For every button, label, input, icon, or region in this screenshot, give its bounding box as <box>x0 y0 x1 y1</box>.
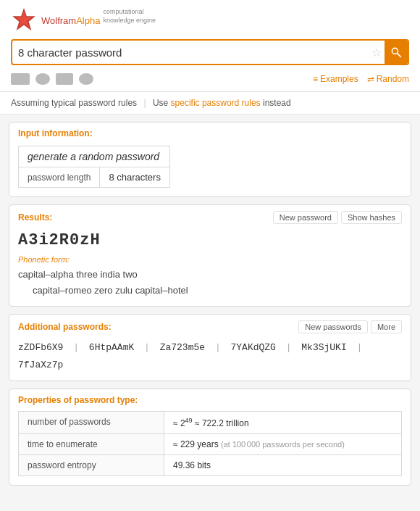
prop-label-count: number of passwords <box>19 411 164 433</box>
header: WolframAlpha computational knowledge eng… <box>0 0 420 92</box>
input-info-body: generate a random password password leng… <box>9 141 411 196</box>
logo-area: WolframAlpha computational knowledge eng… <box>11 7 409 33</box>
properties-body: number of passwords ≈ 249 ≈ 722.2 trilli… <box>9 408 411 485</box>
math-icon[interactable] <box>56 73 73 85</box>
additional-passwords-list: zZDFb6X9 | 6HtpAAmK | Za723m5e | 7YAKdQZ… <box>9 336 411 381</box>
input-value-length: 8 characters <box>100 167 170 188</box>
add-pw-6: 7fJaXz7p <box>18 360 63 370</box>
assumption-bar: Assuming typical password rules | Use sp… <box>0 92 420 115</box>
properties-table: number of passwords ≈ 249 ≈ 722.2 trilli… <box>18 411 402 476</box>
phonetic-text: capital–alpha three india two capital–ro… <box>9 267 411 306</box>
camera-icon[interactable] <box>35 73 50 85</box>
main-content: Input information: generate a random pas… <box>0 115 420 493</box>
assumption-text: Assuming typical password rules <box>11 98 137 108</box>
input-label-length: password length <box>19 167 100 188</box>
additional-passwords-header: Additional passwords: New passwords More <box>9 315 411 336</box>
input-info-title: Input information: <box>9 122 411 141</box>
phonetic-label: Phonetic form: <box>9 255 411 267</box>
additional-buttons: New passwords More <box>298 320 402 333</box>
toolbar: ≡ Examples ⇌ Random <box>11 70 409 88</box>
favorite-icon[interactable]: ☆ <box>369 46 385 59</box>
toolbar-icons <box>11 73 313 85</box>
add-pw-1: zZDFb6X9 <box>18 342 63 353</box>
results-header: Results: New password Show hashes <box>9 205 411 227</box>
additional-passwords-card: Additional passwords: New passwords More… <box>9 314 411 381</box>
specific-rules-link[interactable]: specific password rules <box>171 98 261 108</box>
search-input[interactable] <box>12 41 369 64</box>
new-password-button[interactable]: New password <box>273 211 338 224</box>
input-info-card: Input information: generate a random pas… <box>9 122 411 197</box>
prop-label-time: time to enumerate <box>19 433 164 454</box>
keyboard-icon[interactable] <box>11 73 30 85</box>
results-title: Results: <box>18 212 52 223</box>
list-icon: ≡ <box>313 74 318 84</box>
search-bar: ☆ <box>11 39 409 65</box>
table-row: time to enumerate ≈ 229 years (at 100 00… <box>19 433 402 454</box>
examples-button[interactable]: ≡ Examples <box>313 74 358 84</box>
new-passwords-button[interactable]: New passwords <box>298 320 368 333</box>
logo-tagline: computational knowledge engine <box>103 8 156 25</box>
add-pw-3: Za723m5e <box>160 342 205 353</box>
prop-label-entropy: password entropy <box>19 454 164 475</box>
prop-value-time: ≈ 229 years (at 100 000 passwords per se… <box>164 433 402 454</box>
shuffle-icon: ⇌ <box>367 74 374 84</box>
add-pw-5: Mk3SjUKI <box>301 342 346 353</box>
time-note: (at 100 000 passwords per second) <box>221 440 345 449</box>
svg-line-3 <box>398 54 401 57</box>
input-table: generate a random password password leng… <box>18 146 170 188</box>
logo-alpha: Alpha <box>76 15 100 26</box>
table-row: number of passwords ≈ 249 ≈ 722.2 trilli… <box>19 411 402 433</box>
random-button[interactable]: ⇌ Random <box>367 74 409 84</box>
add-pw-2: 6HtpAAmK <box>89 342 134 353</box>
search-button[interactable] <box>385 41 408 64</box>
search-icon <box>390 46 402 58</box>
refresh-icon[interactable] <box>79 73 93 85</box>
show-hashes-button[interactable]: Show hashes <box>341 211 402 224</box>
additional-passwords-title: Additional passwords: <box>18 322 112 332</box>
password-result: A3i2R0zH <box>9 227 411 255</box>
table-row: password entropy 49.36 bits <box>19 454 402 475</box>
logo-wolfram: Wolfram <box>41 15 76 26</box>
properties-card: Properties of password type: number of p… <box>9 389 411 486</box>
pipe-separator: | <box>143 98 146 108</box>
properties-title: Properties of password type: <box>9 389 411 408</box>
prop-value-entropy: 49.36 bits <box>164 454 402 475</box>
results-card: Results: New password Show hashes A3i2R0… <box>9 204 411 307</box>
wolfram-logo-icon <box>11 7 37 33</box>
toolbar-right: ≡ Examples ⇌ Random <box>313 74 409 84</box>
logo-text: WolframAlpha <box>41 15 100 26</box>
add-pw-4: 7YAKdQZG <box>230 342 275 353</box>
more-button[interactable]: More <box>371 320 402 333</box>
prop-value-count: ≈ 249 ≈ 722.2 trillion <box>164 411 402 433</box>
input-row1: generate a random password <box>19 146 170 167</box>
results-buttons: New password Show hashes <box>273 211 402 224</box>
